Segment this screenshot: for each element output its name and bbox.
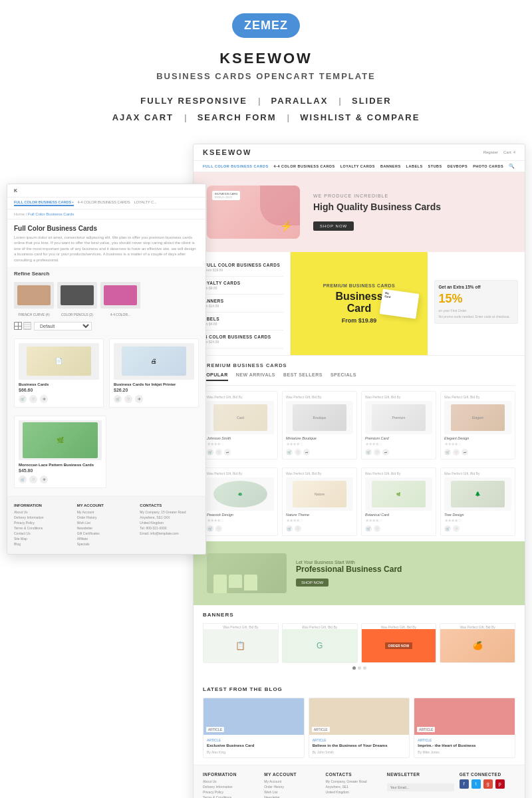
compare-icon[interactable]: ⇌ — [303, 449, 310, 456]
heart-mini-icon[interactable]: ♡ — [124, 395, 132, 403]
nav-devbops[interactable]: DEVBOPS — [448, 164, 467, 168]
feature-search: SEARCH FORM — [188, 110, 286, 125]
list-view-icon[interactable] — [23, 322, 31, 330]
compare-icon[interactable]: ⇌ — [382, 449, 389, 456]
products-row2: Was Perfect Gift, Bid By 🦚 Peacock Desig… — [203, 465, 515, 541]
nav-banners[interactable]: BANNERS — [380, 164, 401, 168]
nav-labels[interactable]: LABELS — [406, 164, 423, 168]
tab-new-arrivals[interactable]: NEW ARRIVALS — [236, 372, 275, 381]
banner-item: Was Perfect Gift, Bid By G — [282, 623, 358, 663]
heart-mini-icon[interactable]: ♡ — [29, 475, 37, 483]
left-nav-link[interactable]: LOYALTY C... — [134, 200, 157, 206]
nav-photo[interactable]: PHOTO CARDS — [473, 164, 503, 168]
left-footer-my-account: MY ACCOUNT My Account Order History Wish… — [77, 503, 136, 547]
menu-item-loyalty[interactable]: LOYALTY CARDS From $9.89 — [200, 277, 283, 295]
nav-loyalty[interactable]: LOYALTY CARDS — [340, 164, 375, 168]
product-item: Was Perfect Gift, Bid By Card Johnson Sm… — [203, 391, 278, 460]
left-nav-link[interactable]: 4-4 COLOR BUSINESS CARDS — [78, 200, 130, 206]
heart-icon[interactable]: ♡ — [295, 449, 301, 456]
product-item: Was Perfect Gift, Bid By 🌿 Botanical Car… — [361, 467, 436, 536]
cart-mini-icon[interactable]: 🛒 — [19, 475, 27, 483]
eye-mini-icon[interactable]: 👁 — [40, 475, 48, 483]
cart-link[interactable]: Cart: 4 — [503, 150, 515, 154]
heart-icon[interactable]: ♡ — [453, 525, 460, 532]
tab-popular[interactable]: POPULAR — [203, 372, 228, 381]
cart-mini-icon[interactable]: 🛒 — [19, 395, 27, 403]
cart-icon[interactable]: 🛒 — [365, 449, 372, 456]
newsletter-email-input[interactable] — [387, 783, 454, 791]
cart-icon[interactable]: 🛒 — [286, 525, 293, 532]
compare-icon[interactable]: ⇌ — [224, 449, 231, 456]
product-name: Premium Card — [365, 436, 432, 440]
thumb-item[interactable] — [100, 282, 140, 309]
product-name: Miniature Boutique — [286, 436, 353, 440]
heart-icon[interactable]: ♡ — [295, 525, 301, 532]
heart-icon[interactable]: ♡ — [215, 525, 222, 532]
tab-specials[interactable]: SPECIALS — [331, 372, 356, 381]
eye-mini-icon[interactable]: 👁 — [40, 395, 48, 403]
product-card-actions: 🛒 ♡ 👁 — [19, 475, 102, 483]
search-icon[interactable]: 🔍 — [509, 164, 515, 169]
social-icons: f t g p — [460, 779, 515, 789]
cart-icon[interactable]: 🛒 — [286, 449, 293, 456]
heart-icon[interactable]: ♡ — [374, 525, 380, 532]
zemez-logo[interactable]: ZEMEZ — [232, 13, 300, 38]
refine-search-label: Refine Search — [7, 267, 205, 279]
left-footer-cols: INFORMATION About Us Delivery Informatio… — [14, 503, 199, 547]
product-card-price: $45.80 — [19, 468, 102, 473]
menu-item-labels[interactable]: LABELS From $4.89 — [200, 313, 283, 331]
facebook-icon[interactable]: f — [460, 779, 469, 789]
eye-mini-icon[interactable]: 👁 — [135, 395, 143, 403]
grid-view-icon[interactable] — [14, 322, 22, 330]
discount-description: No promo code needed. Enter code at chec… — [439, 315, 513, 319]
product-stars: ★★★★☆ — [444, 518, 511, 523]
hero-banner: INVITATION CARD DOOR #1 • JUN 22 ⚡ WE PR… — [194, 172, 525, 252]
tab-best-sellers[interactable]: BEST SELLERS — [283, 372, 323, 381]
heart-icon[interactable]: ♡ — [215, 449, 222, 456]
cart-mini-icon[interactable]: 🛒 — [114, 395, 122, 403]
menu-item-full-color[interactable]: FULL COLOR BUSINESS CARDS From $19.89 — [200, 259, 283, 277]
heart-mini-icon[interactable]: ♡ — [29, 395, 37, 403]
nav-4-4-color[interactable]: 4-4 COLOR BUSINESS CARDS — [274, 164, 335, 168]
biz-card-decoration: BizCard — [379, 289, 419, 319]
sort-select[interactable]: Default Price: Low to High Price: High t… — [34, 322, 92, 331]
left-top-nav: FULL COLOR BUSINESS CARDS • 4-4 COLOR BU… — [7, 198, 205, 209]
left-footer-information: INFORMATION About Us Delivery Informatio… — [14, 503, 73, 547]
cart-icon[interactable]: 🛒 — [365, 525, 372, 532]
blog-post-item: ARTICLE ARTICLE Imprim.- the Heart of Bu… — [414, 698, 515, 758]
hero-shop-button[interactable]: SHOP NOW — [313, 221, 354, 231]
heart-icon[interactable]: ♡ — [374, 449, 380, 456]
heart-icon[interactable]: ♡ — [453, 449, 460, 456]
thumb-item[interactable] — [57, 282, 97, 309]
product-stars: ★★★★☆ — [365, 442, 432, 447]
left-logo: K — [14, 188, 17, 193]
compare-icon[interactable]: ⇌ — [462, 449, 468, 456]
top-header: ZEMEZ KSEEWOW BUSINESS CARDS OPENCART TE… — [0, 0, 532, 144]
twitter-icon[interactable]: t — [471, 779, 481, 789]
cart-icon[interactable]: 🛒 — [444, 449, 451, 456]
menu-item-4-4[interactable]: 4-4 COLOR BUSINESS CARDS From $24.89 — [200, 331, 283, 348]
products-section: PREMIUM BUSINESS CARDS POPULAR NEW ARRIV… — [194, 356, 525, 541]
left-footer-col-title: MY ACCOUNT — [77, 503, 136, 507]
register-link[interactable]: Register — [483, 150, 498, 154]
blog-section: LATEST FROM THE BLOG ARTICLE ARTICLE Exc… — [194, 680, 525, 765]
left-preview-product-page: K FULL COLOR BUSINESS CARDS • 4-4 COLOR … — [7, 184, 206, 555]
pinterest-icon[interactable]: p — [495, 779, 505, 789]
features-row2: AJAX CART | SEARCH FORM | WISHLIST & COM… — [103, 110, 430, 125]
menu-item-banners[interactable]: BANNERS From $14.89 — [200, 295, 283, 313]
cart-icon[interactable]: 🛒 — [207, 449, 213, 456]
cart-icon[interactable]: 🛒 — [207, 525, 213, 532]
thumb-item[interactable] — [14, 282, 54, 309]
left-nav-active[interactable]: FULL COLOR BUSINESS CARDS • — [14, 200, 74, 206]
blog-date: ARTICLE — [312, 727, 330, 732]
cart-icon[interactable]: 🛒 — [444, 525, 451, 532]
discount-percentage: 15% — [439, 292, 513, 306]
nav-stubs[interactable]: STUBS — [428, 164, 442, 168]
nav-full-color[interactable]: FULL COLOR BUSINESS CARDS — [203, 164, 269, 168]
footer-col-title: GET CONNECTED — [460, 772, 515, 777]
green-shop-button[interactable]: SHOP NOW — [296, 579, 329, 587]
product-title: KSEEWOW — [219, 50, 313, 67]
google-icon[interactable]: g — [483, 779, 493, 789]
product-name: Tree Design — [444, 513, 511, 517]
site-header: KSEEWOW Register Cart: 4 — [194, 144, 525, 161]
